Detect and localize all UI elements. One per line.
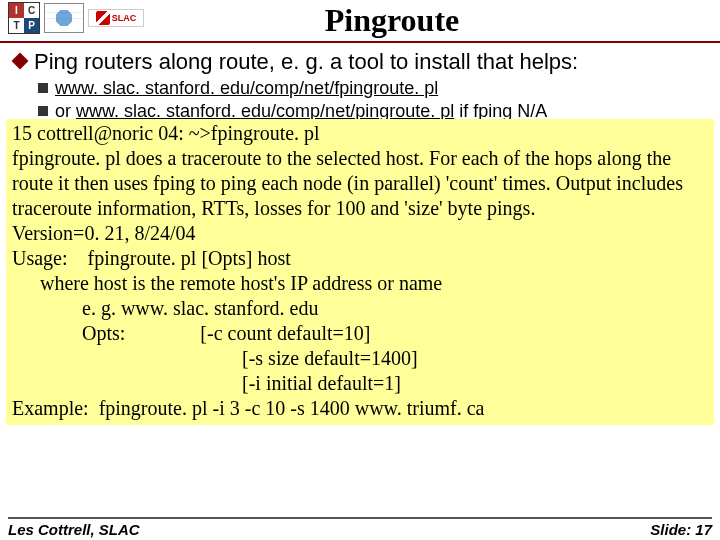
square-bullet-icon (38, 83, 48, 93)
footer: Les Cottrell, SLAC Slide: 17 (8, 517, 712, 538)
terminal-line: [-s size default=1400] (12, 346, 708, 371)
header: ICTP SLAC Pingroute (0, 0, 720, 39)
slide-title: Pingroute (64, 2, 720, 39)
terminal-line: Example: fpingroute. pl -i 3 -c 10 -s 14… (12, 396, 708, 421)
bullet-sub-1-text: www. slac. stanford. edu/comp/net/fpingr… (55, 78, 438, 99)
sub-2-prefix: or (55, 101, 76, 121)
title-divider (0, 41, 720, 43)
terminal-line: where host is the remote host's IP addre… (12, 271, 708, 296)
footer-right: Slide: 17 (650, 521, 712, 538)
bullet-main: Ping routers along route, e. g. a tool t… (0, 47, 720, 77)
bullet-main-text: Ping routers along route, e. g. a tool t… (34, 49, 578, 75)
diamond-bullet-icon (12, 53, 29, 70)
terminal-line: Usage: fpingroute. pl [Opts] host (12, 246, 708, 271)
terminal-line: Version=0. 21, 8/24/04 (12, 221, 708, 246)
terminal-box: 15 cottrell@noric 04: ~>fpingroute. pl f… (6, 119, 714, 425)
terminal-line: Opts: [-c count default=10] (12, 321, 708, 346)
footer-left: Les Cottrell, SLAC (8, 521, 140, 538)
link-2[interactable]: www. slac. stanford. edu/comp/net/pingro… (76, 101, 454, 121)
sub-2-rest: if fping N/A (454, 101, 547, 121)
bullet-sub-1: www. slac. stanford. edu/comp/net/fpingr… (0, 77, 720, 100)
terminal-line: fpingroute. pl does a traceroute to the … (12, 146, 708, 221)
square-bullet-icon (38, 106, 48, 116)
terminal-line: e. g. www. slac. stanford. edu (12, 296, 708, 321)
link-1[interactable]: www. slac. stanford. edu/comp/net/fpingr… (55, 78, 438, 98)
globe-icon (44, 3, 84, 33)
terminal-line: 15 cottrell@noric 04: ~>fpingroute. pl (12, 121, 708, 146)
terminal-line: [-i initial default=1] (12, 371, 708, 396)
ictp-logo-icon: ICTP (8, 2, 40, 34)
